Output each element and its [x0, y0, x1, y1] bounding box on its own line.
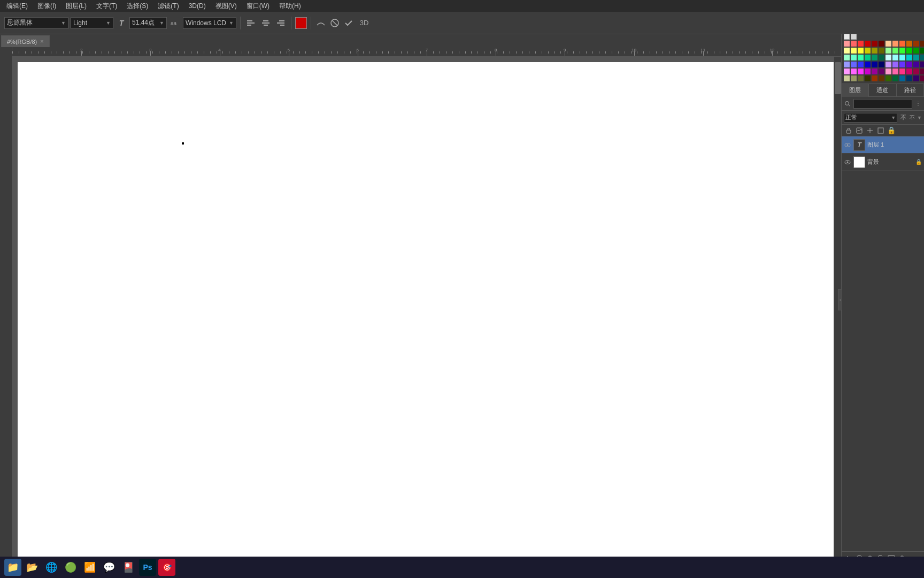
taskbar-icon-chat[interactable]: 💬	[101, 559, 118, 576]
swatch[interactable]	[879, 75, 884, 81]
vertical-scroll-thumb[interactable]	[835, 62, 841, 94]
align-center-button[interactable]	[259, 17, 272, 29]
swatch[interactable]	[858, 48, 864, 54]
swatch[interactable]	[892, 41, 898, 47]
swatch[interactable]	[886, 41, 891, 47]
blend-mode-dropdown[interactable]: 正常 ▼	[844, 113, 897, 123]
panel-collapse-handle[interactable]: ‹	[838, 289, 842, 310]
swatch[interactable]	[899, 75, 905, 81]
swatch[interactable]	[872, 75, 877, 81]
swatch[interactable]	[858, 55, 864, 60]
swatch[interactable]	[906, 48, 912, 54]
swatch[interactable]	[913, 69, 919, 74]
swatch[interactable]	[844, 41, 850, 47]
swatch[interactable]	[892, 75, 898, 81]
layer-item-1[interactable]: T 图层 1	[842, 136, 924, 154]
swatch[interactable]	[899, 69, 905, 74]
swatch[interactable]	[865, 62, 871, 67]
swatch[interactable]	[920, 41, 924, 47]
swatch[interactable]	[886, 55, 891, 60]
swatch[interactable]	[892, 48, 898, 54]
swatch[interactable]	[886, 75, 891, 81]
taskbar-icon-wifi[interactable]: 📶	[81, 559, 98, 576]
swatch[interactable]	[844, 62, 850, 67]
swatch[interactable]	[913, 55, 919, 60]
swatch[interactable]	[851, 34, 857, 40]
align-right-button[interactable]	[274, 17, 287, 29]
swatch[interactable]	[899, 48, 905, 54]
tab-close-button[interactable]: ×	[40, 39, 43, 44]
taskbar-icon-browser[interactable]: 🌐	[43, 559, 60, 576]
taskbar-icon-photo[interactable]: 🎴	[120, 559, 137, 576]
swatch[interactable]	[906, 75, 912, 81]
swatch[interactable]	[844, 75, 850, 81]
document-tab[interactable]: #%(RGB/8) ×	[1, 35, 50, 47]
font-name-dropdown[interactable]: 思源黑体 ▼	[4, 17, 68, 29]
swatch[interactable]	[899, 55, 905, 60]
swatch[interactable]	[920, 75, 924, 81]
font-size-dropdown[interactable]: 51.44点 ▼	[129, 17, 167, 29]
swatch[interactable]	[858, 41, 864, 47]
swatch[interactable]	[899, 62, 905, 67]
swatch[interactable]	[865, 55, 871, 60]
swatch[interactable]	[913, 75, 919, 81]
swatch[interactable]	[844, 34, 850, 40]
swatch[interactable]	[920, 69, 924, 74]
menu-layer[interactable]: 图层(L)	[61, 1, 91, 12]
layer-visibility-1[interactable]	[844, 141, 851, 149]
swatch[interactable]	[920, 48, 924, 54]
swatch[interactable]	[844, 48, 850, 54]
menu-3d[interactable]: 3D(D)	[184, 1, 210, 11]
swatch[interactable]	[872, 41, 877, 47]
layers-filter-icon[interactable]: ⋮	[914, 100, 922, 108]
swatch[interactable]	[858, 62, 864, 67]
lock-transparent-button[interactable]	[844, 126, 853, 135]
menu-view[interactable]: 视图(V)	[211, 1, 241, 12]
swatch[interactable]	[879, 69, 884, 74]
swatch[interactable]	[920, 62, 924, 67]
swatch[interactable]	[913, 48, 919, 54]
swatch[interactable]	[865, 69, 871, 74]
swatch[interactable]	[892, 55, 898, 60]
taskbar-icon-files[interactable]: 📁	[4, 559, 21, 576]
swatch[interactable]	[865, 48, 871, 54]
swatch[interactable]	[858, 69, 864, 74]
swatch[interactable]	[879, 62, 884, 67]
swatch[interactable]	[892, 69, 898, 74]
menu-text[interactable]: 文字(T)	[92, 1, 121, 12]
swatch[interactable]	[906, 62, 912, 67]
font-style-dropdown[interactable]: Light ▼	[71, 17, 113, 29]
3d-button[interactable]: 3D	[357, 17, 372, 29]
swatch[interactable]	[906, 69, 912, 74]
rendering-dropdown[interactable]: Windows LCD ▼	[183, 17, 236, 29]
swatch[interactable]	[872, 48, 877, 54]
swatch[interactable]	[886, 48, 891, 54]
layer-item-bg[interactable]: 背景 🔒	[842, 154, 924, 171]
swatch[interactable]	[879, 55, 884, 60]
tab-channels[interactable]: 通道	[869, 84, 896, 97]
swatch[interactable]	[851, 55, 857, 60]
menu-image[interactable]: 图像(I)	[33, 1, 60, 12]
canvas-area[interactable]	[12, 57, 841, 565]
lock-all-button[interactable]: 🔒	[887, 126, 896, 135]
canvas-document[interactable]	[18, 62, 836, 560]
swatch[interactable]	[851, 62, 857, 67]
swatch[interactable]	[899, 41, 905, 47]
cancel-button[interactable]	[329, 17, 341, 29]
taskbar-icon-ps[interactable]: Ps	[139, 559, 156, 576]
menu-filter[interactable]: 滤镜(T)	[153, 1, 183, 12]
confirm-button[interactable]	[343, 17, 355, 29]
swatch[interactable]	[851, 41, 857, 47]
swatch[interactable]	[844, 55, 850, 60]
tab-layers[interactable]: 图层	[842, 84, 869, 97]
swatch[interactable]	[879, 41, 884, 47]
layers-search-input[interactable]	[853, 99, 912, 109]
lock-image-button[interactable]	[854, 126, 864, 135]
swatch[interactable]	[913, 41, 919, 47]
swatch[interactable]	[906, 55, 912, 60]
taskbar-icon-green[interactable]: 🟢	[62, 559, 79, 576]
menu-select[interactable]: 选择(S)	[122, 1, 152, 12]
swatch[interactable]	[879, 48, 884, 54]
swatch[interactable]	[872, 55, 877, 60]
warp-text-button[interactable]	[315, 17, 327, 29]
